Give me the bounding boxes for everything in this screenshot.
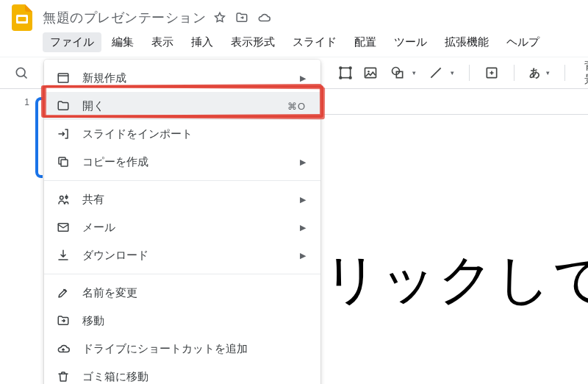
svg-point-6	[340, 77, 342, 79]
menubar-item-3[interactable]: 挿入	[184, 32, 220, 52]
file-menu-item-11[interactable]: ドライブにショートカットを追加	[44, 335, 320, 363]
svg-point-15	[60, 196, 64, 200]
file-menu-item-5[interactable]: 共有▶	[44, 185, 320, 213]
star-icon[interactable]	[213, 11, 226, 24]
menubar-item-0[interactable]: ファイル	[43, 32, 101, 52]
share-icon	[56, 192, 71, 207]
menubar-item-5[interactable]: スライド	[285, 32, 344, 52]
file-menu-dropdown: 新規作成▶開く⌘Oスライドをインポートコピーを作成▶共有▶メール▶ダウンロード▶…	[44, 60, 320, 384]
file-menu-item-6[interactable]: メール▶	[44, 213, 320, 241]
menu-item-label: メール	[82, 221, 288, 235]
svg-rect-3	[340, 68, 350, 77]
svg-rect-14	[61, 160, 68, 166]
menu-item-label: 移動	[82, 314, 306, 328]
menu-item-label: 開く	[82, 99, 276, 113]
submenu-arrow-icon: ▶	[300, 223, 306, 232]
menu-item-label: コピーを作成	[82, 155, 288, 169]
file-menu-item-12[interactable]: ゴミ箱に移動	[44, 363, 320, 384]
menubar-item-7[interactable]: ツール	[387, 32, 434, 52]
title-placeholder-text[interactable]: リックして	[323, 243, 588, 317]
menubar-item-1[interactable]: 編集	[104, 32, 141, 52]
separator	[469, 65, 470, 81]
mail-icon	[56, 220, 71, 235]
line-icon[interactable]	[426, 65, 445, 80]
menubar-item-2[interactable]: 表示	[144, 32, 181, 52]
separator	[564, 65, 565, 81]
menu-item-label: ダウンロード	[82, 249, 288, 263]
cloud-status-icon[interactable]	[257, 11, 270, 24]
menu-separator	[44, 180, 320, 181]
file-menu-item-10[interactable]: 移動	[44, 307, 320, 335]
file-menu-item-3[interactable]: コピーを作成▶	[44, 148, 320, 176]
submenu-arrow-icon: ▶	[300, 251, 306, 260]
shortcut-icon	[56, 341, 71, 356]
separator	[514, 65, 514, 81]
svg-rect-1	[18, 17, 26, 21]
rename-icon	[56, 285, 71, 300]
menu-item-label: スライドをインポート	[82, 127, 306, 141]
text-box-icon[interactable]	[338, 65, 353, 80]
slide-thumbnail[interactable]	[35, 97, 43, 178]
menubar-item-4[interactable]: 表示形式	[223, 32, 282, 52]
submenu-arrow-icon: ▶	[300, 74, 306, 83]
submenu-arrow-icon: ▶	[300, 195, 306, 205]
menu-item-label: 共有	[82, 193, 288, 207]
shape-icon[interactable]	[388, 65, 406, 80]
svg-point-7	[349, 77, 351, 79]
svg-point-9	[368, 71, 370, 73]
chevron-down-icon[interactable]: ▾	[451, 69, 454, 77]
folder-icon	[56, 99, 71, 113]
menu-item-label: ゴミ箱に移動	[82, 370, 306, 384]
file-menu-item-7[interactable]: ダウンロード▶	[44, 241, 320, 269]
add-slide-icon[interactable]	[484, 65, 499, 80]
chevron-down-icon[interactable]: ▾	[546, 69, 550, 77]
background-button[interactable]: 背景	[580, 56, 588, 90]
chevron-down-icon[interactable]: ▾	[412, 69, 416, 77]
svg-point-4	[340, 67, 342, 69]
file-menu-item-1[interactable]: 開く⌘O	[44, 92, 320, 120]
move-to-folder-icon[interactable]	[235, 11, 248, 24]
menu-item-label: ドライブにショートカットを追加	[82, 342, 306, 356]
menu-item-label: 新規作成	[82, 71, 288, 85]
svg-point-5	[349, 67, 351, 69]
menubar-item-8[interactable]: 拡張機能	[437, 32, 496, 52]
document-title[interactable]: 無題のプレゼンテーション	[43, 9, 206, 26]
menubar-item-6[interactable]: 配置	[347, 32, 384, 52]
slide-number: 1	[24, 97, 29, 178]
trash-icon	[56, 369, 71, 384]
import-icon	[56, 127, 71, 141]
svg-point-2	[16, 68, 25, 77]
file-menu-item-2[interactable]: スライドをインポート	[44, 120, 320, 148]
file-menu-item-9[interactable]: 名前を変更	[44, 279, 320, 307]
move-icon	[56, 313, 71, 328]
search-icon[interactable]	[14, 65, 29, 80]
menu-item-label: 名前を変更	[82, 286, 306, 300]
menu-separator	[44, 274, 320, 274]
copy-icon	[56, 154, 71, 169]
download-icon	[56, 248, 71, 263]
slides-logo	[9, 4, 35, 31]
menu-item-shortcut: ⌘O	[287, 101, 306, 112]
file-menu-item-0[interactable]: 新規作成▶	[44, 64, 320, 92]
window-icon	[56, 71, 71, 85]
slide-canvas[interactable]: リックして	[323, 132, 588, 384]
submenu-arrow-icon: ▶	[300, 157, 306, 167]
insert-image-icon[interactable]	[363, 65, 378, 80]
text-format-button[interactable]: あ	[529, 66, 540, 80]
menubar-item-9[interactable]: ヘルプ	[499, 32, 547, 52]
svg-rect-13	[58, 74, 68, 82]
